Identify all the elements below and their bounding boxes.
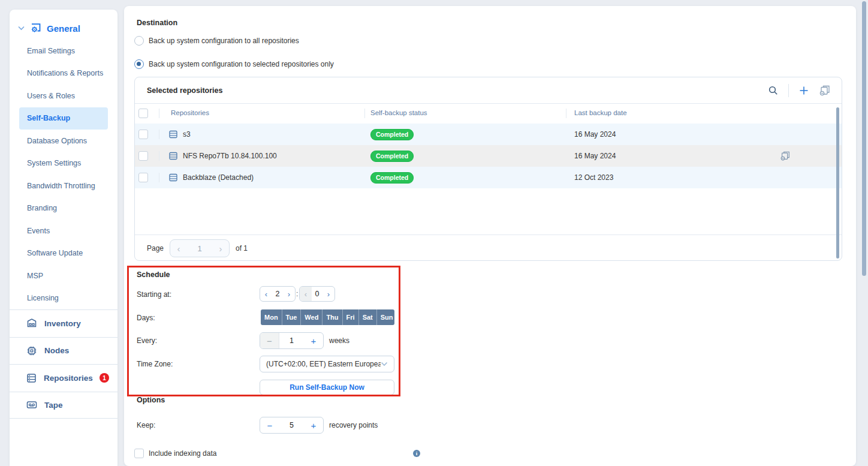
minute-spinner: ‹ 0 › [299, 286, 335, 302]
every-label: Every: [137, 336, 157, 345]
table-row[interactable]: Backblaze (Detached) Completed 12 Oct 20… [135, 167, 842, 188]
minute-increment-button[interactable]: › [323, 287, 334, 301]
selected-repositories-panel: Selected repositories [134, 77, 842, 261]
sidebar-item-nodes[interactable]: Nodes [10, 337, 117, 365]
page-next-button[interactable]: › [212, 243, 229, 254]
sidebar-item-events[interactable]: Events [10, 220, 117, 242]
sidebar-item-branding[interactable]: Branding [10, 197, 117, 220]
timezone-dropdown[interactable]: (UTC+02:00, EET) Eastern European... [260, 356, 394, 372]
sidebar-item-msp[interactable]: MSP [10, 264, 117, 287]
repositories-icon [26, 372, 37, 384]
sidebar-item-licensing[interactable]: Licensing [10, 287, 117, 310]
options-heading: Options [137, 396, 165, 404]
destination-heading: Destination [137, 19, 177, 27]
keep-unit-label: recovery points [329, 421, 378, 429]
hour-value[interactable]: 2 [272, 290, 283, 298]
keep-value[interactable]: 5 [279, 421, 304, 429]
sidebar-item-notifications-reports[interactable]: Notifications & Reports [10, 62, 117, 85]
search-icon[interactable] [768, 85, 779, 96]
nodes-icon [26, 345, 38, 357]
sidebar-item-system-settings[interactable]: System Settings [10, 152, 117, 175]
sidebar-item-bandwidth-throttling[interactable]: Bandwidth Throttling [10, 175, 117, 197]
sidebar-item-inventory-label: Inventory [44, 319, 81, 328]
timezone-value: (UTC+02:00, EET) Eastern European... [266, 360, 381, 368]
remove-row-icon[interactable] [780, 151, 791, 161]
select-all-checkbox[interactable] [138, 109, 148, 118]
every-decrement-button[interactable]: − [260, 333, 279, 348]
table-row[interactable]: s3 Completed 16 May 2024 [135, 124, 842, 145]
every-increment-button[interactable]: + [304, 333, 323, 348]
sidebar-item-repositories[interactable]: Repositories 1 [10, 364, 117, 392]
keep-stepper: − 5 + [260, 417, 324, 434]
row-checkbox[interactable] [138, 151, 148, 161]
minute-value[interactable]: 0 [312, 290, 323, 298]
sidebar-item-users-roles[interactable]: Users & Roles [10, 85, 117, 107]
inventory-icon [26, 317, 38, 329]
row-checkbox[interactable] [138, 173, 148, 182]
sidebar-item-self-backup[interactable]: Self-Backup [19, 107, 108, 130]
table-row[interactable]: NFS Repo7Tb 10.84.100.100 Completed 16 M… [135, 145, 842, 167]
run-self-backup-button[interactable]: Run Self-Backup Now [260, 380, 394, 395]
radio-all-repositories-label[interactable]: Back up system configuration to all repo… [149, 37, 299, 45]
keep-decrement-button[interactable]: − [260, 417, 279, 433]
column-status[interactable]: Self-backup status [370, 109, 427, 116]
day-thu-button[interactable]: Thu [323, 309, 342, 325]
schedule-heading: Schedule [137, 270, 170, 279]
status-badge: Completed [370, 172, 414, 184]
sidebar: General Email Settings Notifications & R… [10, 10, 117, 466]
chevron-down-icon [381, 362, 388, 366]
general-settings-icon [29, 22, 42, 34]
sidebar-item-repositories-label: Repositories [44, 374, 93, 383]
sidebar-item-tape[interactable]: Tape [10, 392, 117, 419]
pagination-label: Page [147, 244, 164, 252]
row-checkbox[interactable] [138, 130, 148, 139]
info-icon[interactable]: i [413, 450, 420, 457]
sidebar-group-general[interactable]: General [10, 10, 117, 34]
column-repositories[interactable]: Repositories [171, 109, 209, 116]
repository-icon [168, 130, 178, 139]
repository-name: s3 [183, 130, 191, 139]
day-tue-button[interactable]: Tue [282, 309, 302, 325]
radio-selected-repositories[interactable] [134, 59, 144, 69]
hour-spinner: ‹ 2 › [260, 286, 296, 302]
sidebar-item-tape-label: Tape [44, 401, 63, 410]
keep-label: Keep: [137, 421, 155, 429]
main-content: Destination Back up system configuration… [124, 6, 856, 466]
day-mon-button[interactable]: Mon [261, 309, 282, 325]
panel-title: Selected repositories [147, 86, 222, 95]
radio-all-repositories[interactable] [134, 36, 144, 46]
keep-increment-button[interactable]: + [304, 417, 323, 433]
repositories-alert-badge: 1 [100, 373, 109, 383]
toolbar-divider [788, 84, 789, 97]
sidebar-item-inventory[interactable]: Inventory [10, 309, 117, 337]
page-scrollbar-thumb[interactable] [862, 1, 866, 276]
panel-scrollbar-thumb[interactable] [836, 107, 839, 258]
day-wed-button[interactable]: Wed [301, 309, 323, 325]
hour-decrement-button[interactable]: ‹ [260, 287, 272, 301]
every-value[interactable]: 1 [279, 336, 304, 345]
day-fri-button[interactable]: Fri [343, 309, 359, 325]
page-prev-button[interactable]: ‹ [170, 243, 187, 254]
day-sun-button[interactable]: Sun [377, 309, 394, 325]
sidebar-item-database-options[interactable]: Database Options [10, 130, 117, 152]
include-indexing-checkbox[interactable] [134, 449, 144, 458]
include-indexing-label[interactable]: Include indexing data [149, 449, 216, 458]
radio-selected-repositories-label[interactable]: Back up system configuration to selected… [149, 60, 334, 68]
remove-repository-icon[interactable] [819, 85, 831, 97]
add-repository-icon[interactable] [798, 85, 809, 96]
hour-increment-button[interactable]: › [283, 287, 295, 301]
status-badge: Completed [370, 129, 414, 140]
column-last-backup[interactable]: Last backup date [574, 109, 627, 116]
time-colon: : [296, 290, 298, 298]
every-unit-label: weeks [329, 336, 349, 345]
sidebar-item-software-update[interactable]: Software Update [10, 242, 117, 265]
last-backup-date: 12 Oct 2023 [574, 173, 613, 182]
timezone-label: Time Zone: [137, 360, 173, 368]
day-sat-button[interactable]: Sat [359, 309, 377, 325]
last-backup-date: 16 May 2024 [574, 130, 616, 139]
page-number-input[interactable]: 1 [187, 244, 212, 253]
table-header-row: Repositories Self-backup status Last bac… [135, 104, 842, 124]
tape-icon [26, 399, 38, 411]
sidebar-item-email-settings[interactable]: Email Settings [10, 40, 117, 62]
minute-decrement-button[interactable]: ‹ [300, 287, 312, 301]
